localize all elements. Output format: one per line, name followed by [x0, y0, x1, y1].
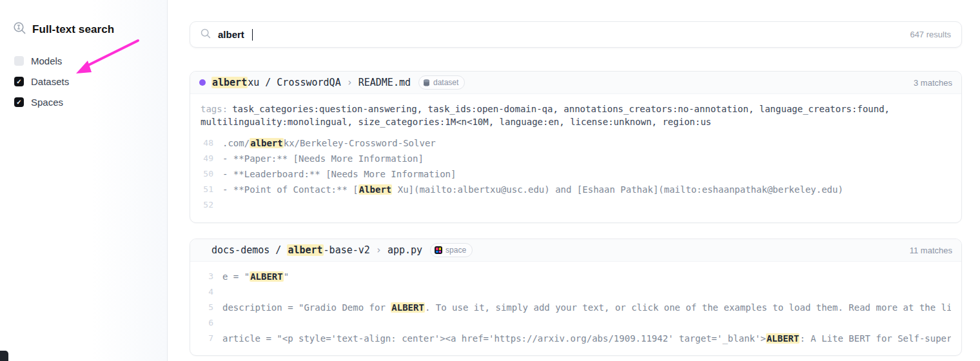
code-text: - **Leaderboard:** [Needs More Informati…: [222, 166, 951, 182]
line-number[interactable]: 50: [194, 166, 213, 182]
avatar: [199, 79, 206, 86]
line-number[interactable]: 48: [194, 135, 213, 151]
search-term-highlight: ALBERT: [766, 333, 800, 344]
tags-line: tags:task_categories:question-answering,…: [190, 94, 961, 128]
line-number[interactable]: 49: [194, 151, 213, 166]
filter-list: Models ✓ Datasets ✓ Spaces: [14, 55, 69, 108]
code-text: - **Paper:** [Needs More Information]: [222, 151, 951, 166]
search-icon: [201, 28, 211, 41]
line-number[interactable]: 5: [194, 300, 213, 315]
code-text: .com/albertkx/Berkeley-Crossword-Solver: [222, 135, 951, 151]
result-header: docs-demos / albert-base-v2 › app.py spa…: [190, 239, 961, 262]
results-count: 647 results: [910, 30, 951, 39]
search-term-highlight: albert: [250, 138, 284, 148]
search-term-highlight: Albert: [358, 184, 393, 195]
filter-sidebar: Full-text search Models ✓ Datasets ✓ Spa…: [0, 0, 168, 361]
chevron-right-icon: ›: [347, 77, 353, 88]
database-icon: [423, 79, 430, 86]
models-checkbox[interactable]: [14, 56, 24, 66]
search-term-highlight: ALBERT: [250, 271, 284, 282]
file-link[interactable]: README.md: [358, 77, 411, 88]
code-text: [222, 315, 951, 331]
page-title: Full-text search: [32, 23, 114, 36]
line-number[interactable]: 7: [194, 331, 213, 346]
line-number[interactable]: 51: [194, 182, 213, 197]
search-term-highlight: albert: [287, 244, 323, 256]
line-number[interactable]: 3: [194, 269, 213, 284]
dataset-badge: dataset: [418, 75, 465, 90]
code-line: 50- **Leaderboard:** [Needs More Informa…: [194, 166, 951, 182]
code-line: 51- **Point of Contact:** [Albert Xu](ma…: [194, 182, 951, 197]
code-text: article = "<p style='text-align: center'…: [222, 331, 951, 346]
match-count: 11 matches: [910, 246, 952, 255]
code-line: 49- **Paper:** [Needs More Information]: [194, 151, 951, 166]
search-result-dataset: albertxu / CrosswordQA › README.md datas…: [190, 71, 962, 223]
code-line: 7article = "<p style='text-align: center…: [194, 331, 951, 346]
tags-value: task_categories:question-answering, task…: [201, 104, 890, 127]
text-caret: [252, 29, 253, 41]
code-line: 6: [194, 315, 951, 331]
line-number[interactable]: 6: [194, 315, 213, 331]
code-line: 4: [194, 284, 951, 300]
tags-label: tags:: [201, 104, 228, 114]
search-result-space: docs-demos / albert-base-v2 › app.py spa…: [190, 239, 962, 356]
sidebar-header: Full-text search: [13, 21, 114, 37]
filter-label: Models: [31, 55, 62, 66]
code-text: [222, 197, 951, 213]
text-search-icon: [13, 21, 26, 37]
offscreen-element: [0, 351, 8, 361]
code-line: 3e = "ALBERT": [194, 269, 951, 284]
code-line: 52: [194, 197, 951, 213]
space-grid-icon: [435, 246, 442, 254]
repo-link[interactable]: docs-demos / albert-base-v2: [211, 244, 370, 256]
code-text: [222, 284, 951, 300]
code-text: description = "Gradio Demo for ALBERT. T…: [222, 300, 951, 315]
line-number[interactable]: 52: [194, 197, 213, 213]
filter-spaces[interactable]: ✓ Spaces: [14, 97, 69, 108]
filter-label: Datasets: [31, 76, 69, 87]
chevron-right-icon: ›: [376, 244, 382, 256]
filter-datasets[interactable]: ✓ Datasets: [14, 76, 69, 87]
spaces-checkbox[interactable]: ✓: [14, 97, 24, 107]
badge-label: space: [446, 246, 466, 255]
code-line: 48.com/albertkx/Berkeley-Crossword-Solve…: [194, 135, 951, 151]
code-line: 5description = "Gradio Demo for ALBERT. …: [194, 300, 951, 315]
code-snippet: 48.com/albertkx/Berkeley-Crossword-Solve…: [190, 128, 961, 213]
code-text: - **Point of Contact:** [Albert Xu](mail…: [222, 182, 951, 197]
filter-label: Spaces: [31, 97, 63, 108]
search-term-highlight: albert: [211, 77, 248, 88]
space-badge: space: [430, 243, 473, 257]
file-link[interactable]: app.py: [387, 244, 422, 256]
repo-link[interactable]: albertxu / CrosswordQA: [211, 77, 341, 88]
code-snippet: 3e = "ALBERT"45description = "Gradio Dem…: [190, 262, 961, 346]
badge-label: dataset: [433, 78, 458, 87]
result-header: albertxu / CrosswordQA › README.md datas…: [190, 72, 961, 94]
search-bar: albert 647 results: [190, 21, 962, 48]
filter-models[interactable]: Models: [14, 55, 69, 66]
search-input[interactable]: albert: [218, 29, 244, 40]
line-number[interactable]: 4: [194, 284, 213, 300]
datasets-checkbox[interactable]: ✓: [14, 77, 24, 86]
code-text: e = "ALBERT": [222, 269, 951, 284]
match-count: 3 matches: [914, 78, 952, 88]
search-term-highlight: ALBERT: [391, 302, 425, 313]
